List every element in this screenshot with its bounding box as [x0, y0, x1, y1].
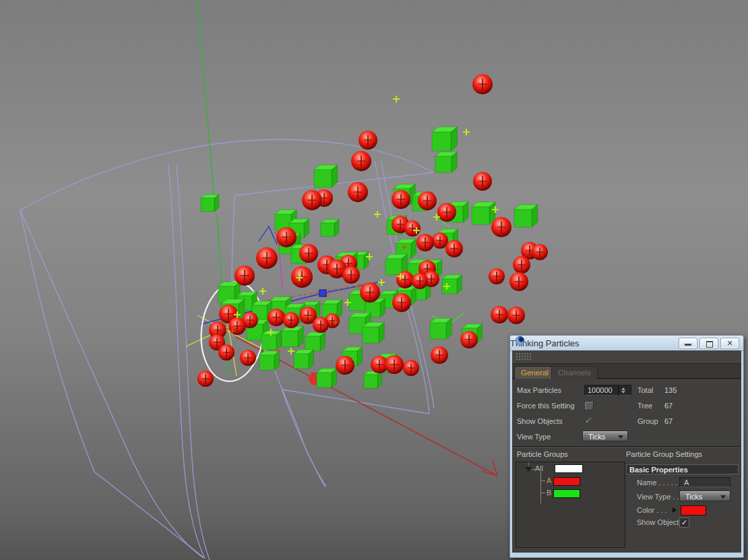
force-setting-label: Force this Setting — [517, 402, 575, 410]
dropdown-arrow-icon — [618, 435, 623, 439]
screen: Thinking Particles ✕ General Channels Ma… — [0, 0, 748, 560]
tree-connector-vertical — [540, 472, 541, 503]
spinner-up-icon — [621, 387, 625, 390]
tree-dotted-line — [528, 462, 529, 466]
tree-label: Tree — [637, 402, 652, 410]
settings-view-type-value: Ticks — [685, 493, 702, 501]
color-swatch[interactable] — [681, 505, 706, 516]
show-objects-checkbox[interactable]: ✓ — [584, 415, 592, 425]
close-button[interactable]: ✕ — [720, 338, 739, 349]
cinema4d-app-icon — [515, 336, 525, 346]
group-all-color-swatch[interactable] — [555, 464, 583, 473]
total-value: 135 — [664, 386, 677, 394]
settings-view-type-dropdown[interactable]: Ticks — [679, 491, 730, 501]
settings-view-type-label: View Type . . — [637, 493, 679, 501]
window-titlebar[interactable]: Thinking Particles ✕ — [510, 336, 743, 351]
tree-connector-a — [540, 480, 545, 481]
tree-value: 67 — [664, 402, 673, 410]
tree-connector-b — [540, 493, 545, 493]
group-value: 67 — [664, 417, 673, 425]
tree-expander-icon[interactable] — [525, 467, 532, 472]
view-type-value: Ticks — [588, 433, 605, 441]
particle-group-settings-header: Particle Group Settings — [626, 450, 702, 458]
view-type-dropdown[interactable]: Ticks — [582, 431, 628, 441]
show-object-checkbox[interactable]: ✓ — [679, 518, 689, 528]
total-label: Total — [637, 386, 653, 394]
minimize-icon — [685, 344, 691, 346]
particle-groups-header: Particle Groups — [517, 450, 568, 458]
show-object-label: Show Object — [637, 518, 679, 526]
name-label: Name . . . . . . — [637, 478, 681, 487]
tree-item-b[interactable]: B — [547, 489, 551, 497]
color-label: Color . . . — [637, 506, 667, 514]
force-setting-checkbox[interactable] — [584, 401, 594, 410]
close-icon: ✕ — [721, 339, 739, 348]
tab-channels[interactable]: Channels — [551, 366, 598, 379]
basic-properties-header: Basic Properties — [626, 464, 739, 474]
restore-icon — [706, 341, 713, 348]
max-particles-spinner[interactable] — [618, 385, 627, 396]
tree-item-a[interactable]: A — [547, 476, 551, 485]
max-particles-label: Max Particles — [517, 386, 561, 394]
window-title: Thinking Particles — [510, 338, 679, 348]
tab-general[interactable]: General — [514, 366, 555, 379]
thinking-particles-window: Thinking Particles ✕ General Channels Ma… — [509, 335, 744, 558]
toolbar-gripbar[interactable] — [512, 350, 741, 364]
group-b-color-swatch[interactable] — [553, 489, 580, 498]
name-input[interactable] — [679, 477, 730, 487]
view-type-label: View Type — [517, 433, 551, 441]
tree-item-all[interactable]: -All — [532, 464, 543, 472]
particle-groups-tree: -All A B — [516, 462, 625, 548]
restore-button[interactable] — [699, 338, 718, 349]
tab-bar: General Channels — [512, 364, 741, 379]
dropdown-arrow-icon — [720, 495, 726, 499]
section-divider — [512, 446, 741, 447]
grip-handle-icon — [516, 352, 532, 361]
group-a-color-swatch[interactable] — [553, 477, 580, 486]
group-label: Group — [637, 417, 658, 425]
spinner-down-icon — [621, 391, 625, 394]
show-objects-label: Show Objects — [517, 417, 563, 425]
minimize-button[interactable] — [679, 338, 697, 349]
color-expand-arrow-icon[interactable] — [673, 507, 677, 513]
window-body: General Channels Max Particles Total 135… — [512, 350, 741, 553]
